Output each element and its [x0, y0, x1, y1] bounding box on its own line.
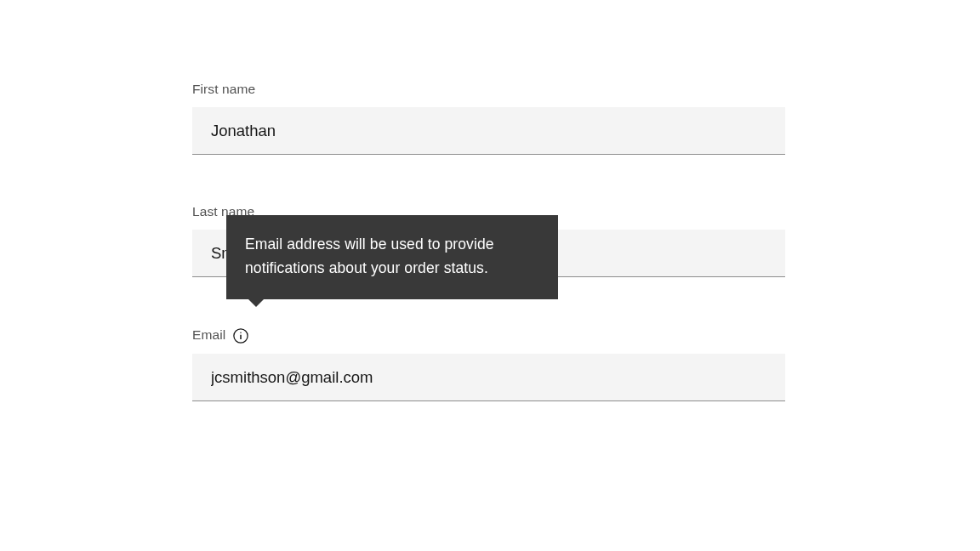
svg-point-1 [241, 332, 242, 334]
email-tooltip: Email address will be used to provide no… [226, 215, 558, 299]
first-name-label: First name [192, 82, 785, 97]
email-label: Email [192, 327, 225, 343]
email-group: Email [192, 327, 785, 401]
first-name-input[interactable] [192, 107, 785, 155]
email-input[interactable] [192, 354, 785, 401]
info-icon[interactable] [232, 327, 249, 344]
email-label-row: Email [192, 327, 785, 344]
first-name-group: First name [192, 82, 785, 155]
